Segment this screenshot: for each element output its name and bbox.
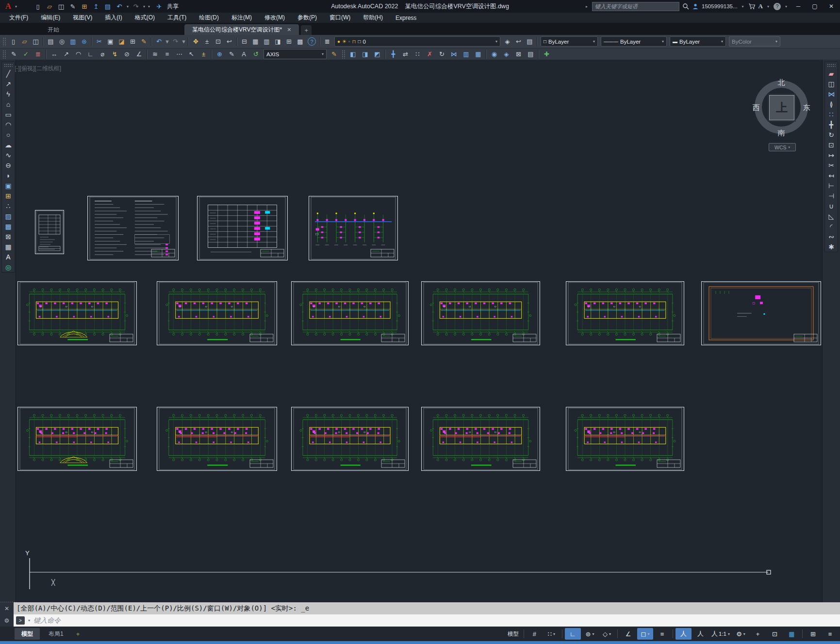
- autodesk-caret-icon[interactable]: ▾: [766, 4, 771, 9]
- user-menu-caret-icon[interactable]: ▾: [741, 4, 745, 9]
- redo-caret-icon[interactable]: ▾: [142, 4, 147, 9]
- paste-clip-icon[interactable]: ◪: [116, 36, 127, 47]
- undo-caret-icon[interactable]: ▾: [165, 36, 170, 47]
- pan-icon[interactable]: ✥: [190, 36, 201, 47]
- menu-item-help[interactable]: 帮助(H): [357, 13, 389, 23]
- plot-style-combo[interactable]: ByColor▾: [729, 36, 780, 47]
- menu-item-insert[interactable]: 插入(I): [99, 13, 128, 23]
- dim-update-icon[interactable]: ↺: [250, 49, 262, 59]
- undo-icon[interactable]: ↶: [153, 36, 165, 47]
- command-tools-icon[interactable]: ⚙: [4, 617, 10, 624]
- combo-caret-icon[interactable]: ▾: [322, 52, 324, 56]
- qopen-icon[interactable]: ▱: [19, 36, 30, 47]
- redo-icon[interactable]: ↷: [130, 1, 142, 11]
- quick-dimension-icon[interactable]: ≋: [149, 49, 161, 59]
- menu-item-view[interactable]: 视图(V): [66, 13, 99, 23]
- markup-import-icon[interactable]: ⊞: [283, 36, 295, 47]
- redo-icon[interactable]: ↷: [170, 36, 181, 47]
- menu-item-edit[interactable]: 编辑(E): [34, 13, 66, 23]
- help-icon[interactable]: ?: [774, 3, 781, 10]
- drawing-canvas[interactable]: [-][俯视][二维线框] ╱↗ϟ⌂▭◠○☁∿⊖◗▣⊞∴▨▩⊠▦A◎ ▰◫⋈≬∷…: [0, 60, 840, 602]
- center-mark-icon[interactable]: ⊕: [214, 49, 226, 59]
- maximize-button[interactable]: ▢: [808, 1, 822, 12]
- properties-palette-icon[interactable]: ⊟: [239, 36, 250, 47]
- zoom-previous-icon[interactable]: ↩: [224, 36, 235, 47]
- match-properties-icon[interactable]: ✎: [138, 36, 149, 47]
- combo-caret-icon[interactable]: ▾: [662, 39, 664, 44]
- toolbar-grip[interactable]: [2, 37, 6, 46]
- plot-icon[interactable]: ▤: [102, 1, 114, 11]
- close-button[interactable]: ✕: [824, 1, 838, 12]
- add-selected-icon[interactable]: ✚: [541, 49, 553, 59]
- layer-combo[interactable]: ●☀▫⊓□0▾: [334, 36, 500, 47]
- search-collapse-icon[interactable]: ▸: [584, 4, 589, 9]
- open-file-icon[interactable]: ▱: [44, 1, 55, 11]
- toolbar-grip[interactable]: [2, 50, 6, 59]
- color-combo[interactable]: □ByLayer▾: [541, 36, 598, 47]
- union-icon[interactable]: ◧: [347, 49, 359, 59]
- tab-active-drawing[interactable]: 某电信公司综合楼VRV空调设计图* ✕: [184, 24, 299, 35]
- sheet-set-manager-icon[interactable]: ◨: [272, 36, 283, 47]
- design-center-icon[interactable]: ▦: [250, 36, 261, 47]
- box-icon[interactable]: ⊠: [512, 49, 525, 59]
- dim-continue-icon[interactable]: ⋯: [173, 49, 185, 59]
- share-button[interactable]: ✈ 共享: [153, 1, 179, 11]
- 3d-mirror-icon[interactable]: ⋈: [448, 49, 460, 59]
- menu-item-modify[interactable]: 修改(M): [258, 13, 291, 23]
- annotation-scale[interactable]: 人1:1▾: [709, 628, 732, 640]
- 3d-rotate-red-icon[interactable]: ✗: [424, 49, 436, 59]
- tab-close-icon[interactable]: ✕: [287, 27, 291, 33]
- search-input[interactable]: [592, 2, 679, 11]
- polar-tracking[interactable]: ⊚▾: [582, 628, 598, 640]
- intersect-icon[interactable]: ◩: [371, 49, 383, 59]
- menu-item-express[interactable]: Express: [389, 13, 423, 23]
- qnew-icon[interactable]: ▯: [8, 36, 19, 47]
- minimize-button[interactable]: ─: [791, 1, 805, 12]
- layer-states-icon[interactable]: ▤: [524, 36, 535, 47]
- signed-in-user[interactable]: 1505999135...: [702, 3, 738, 9]
- new-file-icon[interactable]: ▯: [32, 1, 44, 11]
- 3d-move-icon[interactable]: ╋: [387, 49, 399, 59]
- menu-item-window[interactable]: 窗口(W): [323, 13, 357, 23]
- dim-arc-length-icon[interactable]: ◠: [72, 49, 84, 59]
- tolerance-icon[interactable]: ±: [198, 49, 210, 59]
- dim-aligned-icon[interactable]: ↗: [60, 49, 72, 59]
- user-icon[interactable]: [692, 3, 699, 10]
- 3d-stack-icon[interactable]: ▥: [460, 49, 472, 59]
- command-close-icon[interactable]: ✕: [4, 605, 9, 612]
- dim-diameter-icon[interactable]: ⊘: [121, 49, 133, 59]
- hardware-acceleration[interactable]: ▦: [784, 628, 800, 640]
- tab-start[interactable]: 开始: [40, 24, 67, 35]
- edit-properties-icon[interactable]: ✎: [8, 49, 20, 59]
- zoom-window-icon[interactable]: ⊡: [213, 36, 224, 47]
- print-preview-icon[interactable]: ◎: [56, 36, 67, 47]
- export-icon[interactable]: ⊞: [79, 1, 90, 11]
- copy-base-point-icon[interactable]: ⊞: [127, 36, 138, 47]
- dim-angular-icon[interactable]: ∠: [133, 49, 145, 59]
- dim-style-combo[interactable]: AXIS▾: [264, 49, 327, 59]
- save-icon[interactable]: ◫: [55, 1, 67, 11]
- cut-clip-icon[interactable]: ✂: [94, 36, 105, 47]
- undo-caret-icon[interactable]: ▾: [125, 4, 130, 9]
- object-snap[interactable]: ◻▾: [637, 628, 653, 640]
- lineweight-display[interactable]: ≡: [654, 628, 670, 640]
- copy-clip-icon[interactable]: ▣: [105, 36, 116, 47]
- tab-model[interactable]: 模型: [15, 628, 40, 640]
- plot-icon[interactable]: ▥: [67, 36, 79, 47]
- dim-radius-icon[interactable]: ⌀: [97, 49, 109, 59]
- annotation-monitor[interactable]: +: [750, 628, 766, 640]
- combo-caret-icon[interactable]: ▾: [775, 39, 777, 44]
- dim-style-paint-icon[interactable]: ✎: [328, 49, 340, 59]
- help-caret-icon[interactable]: ▾: [784, 4, 789, 9]
- customize-caret-icon[interactable]: ▾: [147, 4, 151, 9]
- command-prompt-caret-icon[interactable]: ▾: [28, 618, 30, 623]
- combo-caret-icon[interactable]: ▾: [495, 39, 497, 44]
- layout-add-button[interactable]: +: [72, 630, 84, 638]
- 3d-array-icon[interactable]: ∷: [412, 49, 424, 59]
- layer-previous-icon[interactable]: ↩: [513, 36, 524, 47]
- zoom-realtime-icon[interactable]: ±: [201, 36, 213, 47]
- lineweight-combo[interactable]: ▬ByLayer▾: [670, 36, 726, 47]
- sphere-icon[interactable]: ◉: [488, 49, 500, 59]
- linetype-combo[interactable]: ———ByLayer▾: [601, 36, 667, 47]
- 3d-align-icon[interactable]: ⇄: [399, 49, 412, 59]
